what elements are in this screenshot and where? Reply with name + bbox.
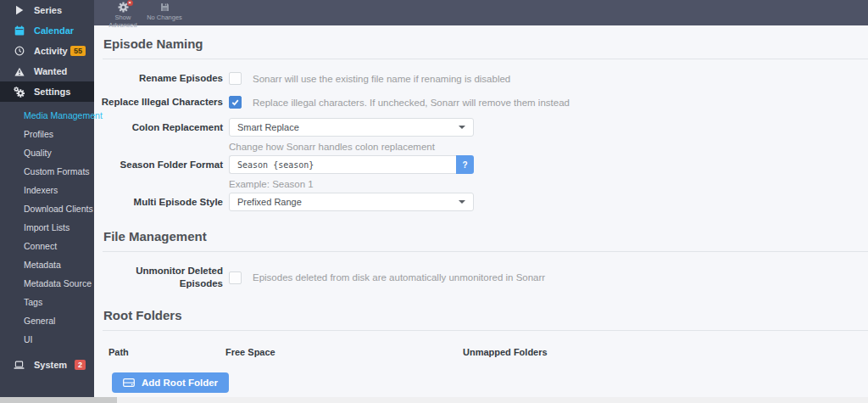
add-root-folder-button[interactable]: Add Root Folder <box>112 372 229 393</box>
horizontal-scrollbar-thumb[interactable] <box>0 397 117 403</box>
file-management-section-title: File Management <box>103 211 868 252</box>
rename-episodes-label: Rename Episodes <box>94 72 223 85</box>
subnav-item-ui[interactable]: UI <box>0 330 94 349</box>
chevron-down-icon <box>459 126 465 129</box>
column-header-unmapped-folders: Unmapped Folders <box>463 347 548 357</box>
subnav-item-custom-formats[interactable]: Custom Formats <box>0 162 94 181</box>
replace-illegal-characters-row: Replace Illegal Characters Replace illeg… <box>94 96 868 109</box>
sidebar-item-system[interactable]: System 2 <box>0 355 94 375</box>
unmonitor-deleted-episodes-row: Unmonitor Deleted Episodes Episodes dele… <box>94 265 868 290</box>
toolbar-button-label: Show Advanced <box>105 14 141 30</box>
colon-replacement-label: Colon Replacement <box>94 118 223 152</box>
column-header-path: Path <box>108 347 225 357</box>
activity-count-badge: 55 <box>70 46 86 56</box>
system-count-badge: 2 <box>75 360 86 370</box>
subnav-item-connect[interactable]: Connect <box>0 237 94 255</box>
rename-episodes-help: Sonarr will use the existing file name i… <box>253 74 510 84</box>
replace-illegal-characters-checkbox[interactable] <box>229 96 242 109</box>
calendar-icon <box>14 25 25 36</box>
settings-subnav: Media Management Profiles Quality Custom… <box>0 102 94 350</box>
settings-content: Episode Naming Rename Episodes Sonarr wi… <box>94 25 868 397</box>
sidebar-item-label: Activity <box>34 46 68 56</box>
add-root-folder-label: Add Root Folder <box>142 378 218 388</box>
advanced-off-badge-icon: × <box>127 0 133 6</box>
season-folder-format-input[interactable] <box>229 155 456 174</box>
root-folders-section-title: Root Folders <box>103 290 868 331</box>
multi-episode-style-value: Prefixed Range <box>237 197 302 207</box>
check-icon <box>231 98 240 107</box>
multi-episode-style-label: Multi Episode Style <box>94 193 223 211</box>
replace-illegal-characters-help: Replace illegal characters. If unchecked… <box>253 98 570 108</box>
subnav-item-indexers[interactable]: Indexers <box>0 181 94 199</box>
subnav-item-metadata-source[interactable]: Metadata Source <box>0 274 94 293</box>
season-folder-format-row: Season Folder Format ? Example: Season 1 <box>94 155 868 189</box>
column-header-free-space: Free Space <box>225 347 463 357</box>
season-folder-format-help: Example: Season 1 <box>229 179 474 189</box>
unmonitor-deleted-episodes-label: Unmonitor Deleted Episodes <box>94 265 223 290</box>
subnav-item-media-management[interactable]: Media Management <box>0 106 94 125</box>
sidebar-item-series[interactable]: Series <box>0 0 94 20</box>
sidebar-item-label: System <box>34 360 67 370</box>
toolbar-button-label: No Changes <box>147 14 182 21</box>
sonarr-settings-page: Series Calendar Activity 55 <box>0 0 868 403</box>
colon-replacement-value: Smart Replace <box>237 122 299 132</box>
subnav-item-tags[interactable]: Tags <box>0 293 94 311</box>
subnav-item-general[interactable]: General <box>0 311 94 330</box>
episode-naming-section-title: Episode Naming <box>103 25 868 59</box>
colon-replacement-select[interactable]: Smart Replace <box>229 118 474 137</box>
gears-icon <box>14 87 25 98</box>
subnav-item-import-lists[interactable]: Import Lists <box>0 218 94 237</box>
sidebar-item-label: Settings <box>34 87 70 97</box>
drive-icon <box>123 378 135 388</box>
sidebar-item-label: Calendar <box>34 25 74 36</box>
subnav-item-metadata[interactable]: Metadata <box>0 255 94 274</box>
sidebar-item-wanted[interactable]: Wanted <box>0 61 94 81</box>
colon-replacement-row: Colon Replacement Smart Replace Change h… <box>94 118 868 152</box>
sidebar-item-settings[interactable]: Settings <box>0 81 94 102</box>
root-folders-header-row: Path Free Space Unmapped Folders <box>108 347 868 357</box>
season-folder-format-label: Season Folder Format <box>94 155 223 189</box>
save-changes-button[interactable]: No Changes <box>147 2 182 21</box>
colon-replacement-help: Change how Sonarr handles colon replacem… <box>229 142 474 152</box>
gear-icon: × <box>118 2 129 13</box>
multi-episode-style-row: Multi Episode Style Prefixed Range <box>94 193 868 211</box>
rename-episodes-row: Rename Episodes Sonarr will use the exis… <box>94 72 868 85</box>
subnav-item-profiles[interactable]: Profiles <box>0 125 94 143</box>
format-help-button[interactable]: ? <box>456 155 474 174</box>
sidebar: Series Calendar Activity 55 <box>0 0 94 397</box>
unmonitor-deleted-episodes-help: Episodes deleted from disk are automatic… <box>253 272 545 283</box>
unmonitor-deleted-episodes-checkbox[interactable] <box>229 271 242 284</box>
sidebar-item-calendar[interactable]: Calendar <box>0 20 94 41</box>
laptop-icon <box>14 361 25 370</box>
subnav-item-quality[interactable]: Quality <box>0 143 94 162</box>
chevron-down-icon <box>459 200 465 204</box>
warning-triangle-icon <box>14 67 25 76</box>
page-toolbar: × Show Advanced No Changes <box>94 0 868 25</box>
sidebar-item-label: Wanted <box>34 66 67 76</box>
save-icon <box>160 2 170 13</box>
sidebar-item-activity[interactable]: Activity 55 <box>0 41 94 61</box>
sidebar-item-label: Series <box>34 5 62 15</box>
multi-episode-style-select[interactable]: Prefixed Range <box>229 193 474 211</box>
show-advanced-button[interactable]: × Show Advanced <box>105 2 141 30</box>
subnav-item-download-clients[interactable]: Download Clients <box>0 199 94 218</box>
replace-illegal-characters-label: Replace Illegal Characters <box>94 96 223 109</box>
rename-episodes-checkbox[interactable] <box>229 72 242 85</box>
horizontal-scrollbar[interactable] <box>0 397 868 403</box>
clock-icon <box>14 46 25 56</box>
play-icon <box>14 5 25 15</box>
